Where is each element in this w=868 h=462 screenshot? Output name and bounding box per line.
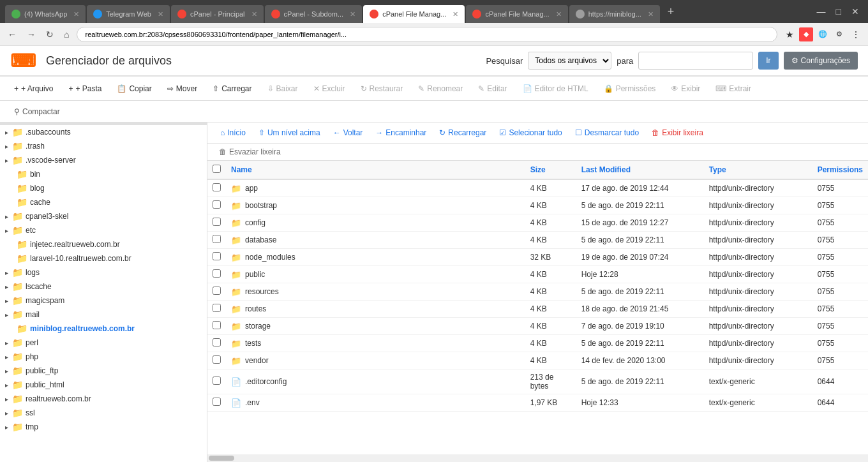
copy-button[interactable]: 📋 Copiar: [110, 82, 158, 96]
reload-nav-button[interactable]: ↻ Recarregar: [434, 126, 491, 139]
file-name-link[interactable]: 📁routes: [231, 304, 520, 314]
sidebar-item--trash[interactable]: ▸📁.trash: [0, 139, 207, 153]
sidebar-item-public_ftp[interactable]: ▸📁public_ftp: [0, 364, 207, 378]
sidebar-item-cache[interactable]: 📁cache: [0, 195, 207, 209]
browser-tab-tab5[interactable]: cPanel File Manag...✕: [363, 5, 465, 23]
extension-icon1[interactable]: ◆: [799, 27, 813, 41]
new-folder-button[interactable]: + + Pasta: [62, 82, 108, 96]
search-input[interactable]: [638, 52, 753, 70]
row-checkbox[interactable]: [213, 235, 221, 243]
browser-tab-tab4[interactable]: cPanel - Subdom...✕: [265, 5, 363, 23]
sidebar-item-tmp[interactable]: ▸📁tmp: [0, 420, 207, 434]
edit-button[interactable]: ✎ Editar: [472, 82, 513, 96]
new-tab-button[interactable]: +: [662, 5, 680, 19]
browser-tab-tab6[interactable]: cPanel File Manag...✕: [466, 5, 567, 23]
tab-close-icon[interactable]: ✕: [73, 10, 79, 19]
restore-button[interactable]: ↻ Restaurar: [354, 82, 410, 96]
html-editor-button[interactable]: 📄 Editor de HTML: [516, 82, 595, 96]
table-row[interactable]: 📁public4 KBHoje 12:28httpd/unix-director…: [207, 266, 868, 283]
file-name-link[interactable]: 📁node_modules: [231, 253, 520, 262]
table-row[interactable]: 📄.env1,97 KBHoje 12:33text/x-generic0644: [207, 394, 868, 412]
table-row[interactable]: 📁storage4 KB7 de ago. de 2019 19:10httpd…: [207, 318, 868, 335]
row-checkbox[interactable]: [213, 355, 221, 364]
extension-icon3[interactable]: ⚙: [832, 27, 846, 41]
table-row[interactable]: 📁routes4 KB18 de ago. de 2019 21:45httpd…: [207, 301, 868, 318]
row-checkbox[interactable]: [213, 269, 221, 278]
bottom-scrollbar[interactable]: [207, 454, 868, 462]
deselect-all-button[interactable]: ☐ Desmarcar tudo: [570, 126, 644, 139]
sidebar-item-ssl[interactable]: ▸📁ssl: [0, 406, 207, 420]
minimize-button[interactable]: —: [813, 5, 830, 18]
row-checkbox[interactable]: [213, 252, 221, 260]
empty-trash-button[interactable]: 🗑 Esvaziar lixeira: [215, 146, 285, 158]
maximize-button[interactable]: □: [832, 5, 845, 18]
tab-close-icon[interactable]: ✕: [648, 10, 654, 19]
row-checkbox[interactable]: [213, 376, 221, 385]
col-size[interactable]: Size: [525, 161, 576, 179]
permissions-button[interactable]: 🔒 Permissões: [597, 82, 662, 96]
delete-button[interactable]: ✕ Excluir: [307, 82, 352, 96]
row-checkbox[interactable]: [213, 321, 221, 329]
file-name-link[interactable]: 📄.env: [231, 398, 520, 408]
sidebar-item-injetec-realtrueweb-com-br[interactable]: 📁injetec.realtrueweb.com.br: [0, 237, 207, 251]
tab-close-icon[interactable]: ✕: [158, 10, 163, 19]
table-row[interactable]: 📁vendor4 KB14 de fev. de 2020 13:00httpd…: [207, 352, 868, 369]
sidebar-item-magicspam[interactable]: ▸📁magicspam: [0, 294, 207, 308]
table-row[interactable]: 📁bootstrap4 KB5 de ago. de 2019 22:11htt…: [207, 197, 868, 214]
file-name-link[interactable]: 📁storage: [231, 322, 520, 331]
file-name-link[interactable]: 📁public: [231, 270, 520, 279]
table-row[interactable]: 📄.editorconfig213 de bytes5 de ago. de 2…: [207, 369, 868, 394]
table-row[interactable]: 📁config4 KB15 de ago. de 2019 12:27httpd…: [207, 214, 868, 232]
table-row[interactable]: 📁node_modules32 KB19 de ago. de 2019 07:…: [207, 249, 868, 266]
col-type[interactable]: Type: [704, 161, 812, 179]
sidebar-item-miniblog-realtrueweb-com-br[interactable]: 📁miniblog.realtrueweb.com.br: [0, 322, 207, 336]
compact-button[interactable]: ⚲ Compactar: [8, 105, 66, 119]
browser-tab-tab3[interactable]: cPanel - Principal✕: [171, 5, 264, 23]
select-all-button[interactable]: ☑ Selecionar tudo: [494, 126, 567, 139]
extract-button[interactable]: ⌨ Extrair: [709, 82, 758, 96]
search-select[interactable]: Todos os arquivos: [528, 52, 611, 70]
sidebar-item-mail[interactable]: ▸📁mail: [0, 308, 207, 322]
col-modified[interactable]: Last Modified: [576, 161, 704, 179]
tab-close-icon[interactable]: ✕: [556, 10, 562, 19]
file-name-link[interactable]: 📁app: [231, 184, 520, 193]
sidebar-item--subaccounts[interactable]: ▸📁.subaccounts: [0, 125, 207, 139]
file-name-link[interactable]: 📁tests: [231, 339, 520, 348]
new-file-button[interactable]: + + Arquivo: [8, 82, 59, 96]
row-checkbox[interactable]: [213, 200, 221, 209]
col-permissions[interactable]: Permissions: [812, 161, 868, 179]
sidebar-item-blog[interactable]: 📁blog: [0, 181, 207, 195]
col-name[interactable]: Name: [226, 161, 525, 179]
file-name-link[interactable]: 📄.editorconfig: [231, 377, 520, 387]
file-name-link[interactable]: 📁bootstrap: [231, 201, 520, 211]
browser-tab-tab2[interactable]: Telegram Web✕: [87, 5, 170, 23]
table-row[interactable]: 📁tests4 KB5 de ago. de 2019 22:11httpd/u…: [207, 335, 868, 352]
upload-button[interactable]: ⇧ Carregar: [206, 82, 258, 96]
table-row[interactable]: 📁app4 KB17 de ago. de 2019 12:44httpd/un…: [207, 179, 868, 197]
row-checkbox[interactable]: [213, 398, 221, 406]
download-button[interactable]: ⇩ Baixar: [261, 82, 304, 96]
sidebar-item-bin[interactable]: 📁bin: [0, 167, 207, 181]
sidebar-item-public_html[interactable]: ▸📁public_html: [0, 378, 207, 392]
move-button[interactable]: ⇨ Mover: [161, 82, 204, 96]
one-level-up-button[interactable]: ⇧ Um nível acima: [253, 126, 326, 139]
row-checkbox[interactable]: [213, 304, 221, 312]
file-name-link[interactable]: 📁resources: [231, 287, 520, 297]
select-all-checkbox[interactable]: [213, 165, 221, 173]
row-checkbox[interactable]: [213, 183, 221, 191]
tab-close-icon[interactable]: ✕: [453, 10, 458, 19]
view-button[interactable]: 👁 Exibir: [664, 82, 707, 96]
forward-nav-button[interactable]: → Encaminhar: [370, 126, 431, 139]
extension-icon2[interactable]: 🌐: [816, 27, 830, 41]
config-button[interactable]: ⚙ Configurações: [784, 52, 858, 70]
tab-close-icon[interactable]: ✕: [350, 10, 355, 19]
row-checkbox[interactable]: [213, 338, 221, 346]
sidebar-item-etc[interactable]: ▸📁etc: [0, 223, 207, 237]
sidebar-item-lscache[interactable]: ▸📁lscache: [0, 279, 207, 294]
more-options-icon[interactable]: ⋮: [849, 27, 863, 41]
browser-tab-tab7[interactable]: https://miniblog...✕: [569, 5, 660, 23]
tab-close-icon[interactable]: ✕: [251, 10, 257, 19]
sidebar-item-realtrueweb-com-br[interactable]: ▸📁realtrueweb.com.br: [0, 392, 207, 406]
forward-button[interactable]: →: [24, 28, 38, 41]
bookmark-icon[interactable]: ★: [782, 27, 797, 41]
